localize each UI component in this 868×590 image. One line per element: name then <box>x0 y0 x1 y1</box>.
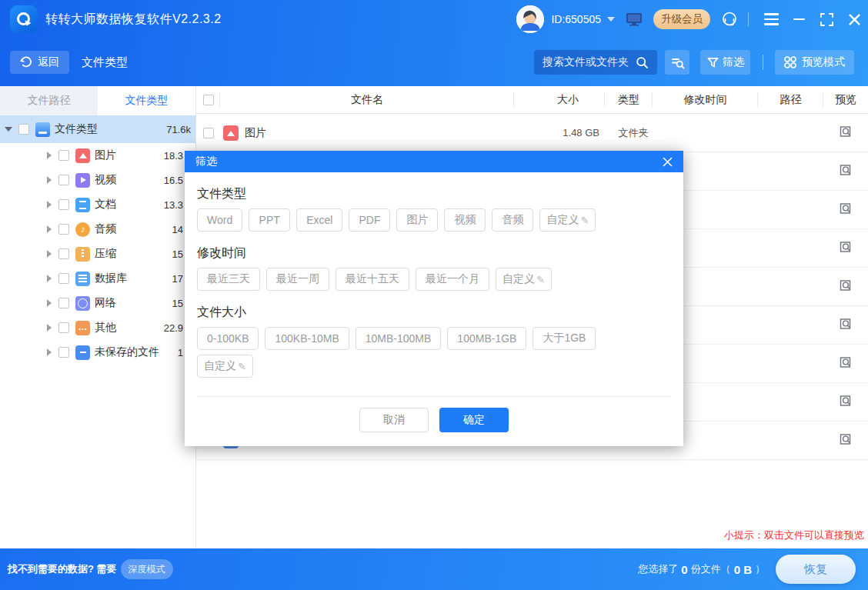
preview-icon[interactable] <box>839 355 853 372</box>
preview-icon[interactable] <box>839 202 853 218</box>
cancel-button[interactable]: 取消 <box>359 408 429 432</box>
column-header-size[interactable]: 大小 <box>514 86 605 113</box>
checkbox[interactable] <box>58 248 69 259</box>
checkbox[interactable] <box>58 175 69 185</box>
filter-option-button[interactable]: 图片 <box>396 208 438 232</box>
file-name: 图片 <box>245 126 266 140</box>
checkbox[interactable] <box>58 224 69 235</box>
tree-item[interactable]: 压缩15 <box>0 242 195 266</box>
tree-item[interactable]: 视频16.5 <box>0 168 195 192</box>
checkbox[interactable] <box>203 128 214 138</box>
sidebar-tab-file-type[interactable]: 文件类型 <box>98 86 195 115</box>
preview-icon[interactable] <box>839 240 853 256</box>
custom-filter-button[interactable]: 自定义✎ <box>496 268 552 291</box>
preview-icon[interactable] <box>839 432 853 448</box>
filter-option-button[interactable]: 最近十五天 <box>336 268 409 291</box>
tree-item[interactable]: 网络15 <box>0 291 195 315</box>
filter-option-button[interactable]: 视频 <box>444 208 486 232</box>
filter-options: 最近三天最近一周最近十五天最近一个月自定义✎ <box>197 268 671 291</box>
deep-mode-button[interactable]: 深度模式 <box>121 559 173 579</box>
upgrade-member-button[interactable]: 升级会员 <box>653 9 710 29</box>
pencil-icon: ✎ <box>580 215 589 226</box>
customer-service-icon[interactable] <box>720 10 739 28</box>
filter-option-button[interactable]: 100KB-10MB <box>265 327 349 350</box>
tree-item[interactable]: 音频14 <box>0 217 195 242</box>
collapse-arrow-icon[interactable] <box>47 152 52 159</box>
minimize-button[interactable] <box>790 11 807 28</box>
preview-icon[interactable] <box>839 394 853 410</box>
preview-icon[interactable] <box>839 163 853 179</box>
column-header-path[interactable]: 路径 <box>758 86 823 113</box>
checkbox[interactable] <box>18 124 29 135</box>
collapse-arrow-icon[interactable] <box>47 176 52 184</box>
file-path <box>758 152 823 190</box>
recover-button[interactable]: 恢复 <box>776 555 856 584</box>
filter-option-button[interactable]: 100MB-1GB <box>447 327 526 350</box>
collapse-arrow-icon[interactable] <box>47 250 52 258</box>
filter-option-button[interactable]: 0-100KB <box>197 327 259 350</box>
column-header-preview[interactable]: 预览 <box>823 86 868 113</box>
filter-option-button[interactable]: PDF <box>349 208 390 232</box>
filter-option-button[interactable]: 最近一周 <box>266 268 329 291</box>
avatar[interactable] <box>516 5 544 33</box>
custom-filter-button[interactable]: 自定义✎ <box>539 208 596 232</box>
zip-icon <box>75 247 90 262</box>
collapse-arrow-icon[interactable] <box>47 299 52 307</box>
close-button[interactable] <box>846 11 863 28</box>
preview-icon[interactable] <box>839 125 853 141</box>
column-header-mtime[interactable]: 修改时间 <box>653 86 758 113</box>
filter-option-button[interactable]: 音频 <box>492 208 533 232</box>
table-row[interactable]: 图片1.48 GB文件夹 <box>196 114 868 152</box>
checkbox[interactable] <box>58 199 69 210</box>
filter-option-button[interactable]: Word <box>197 208 242 232</box>
collapse-arrow-icon[interactable] <box>47 275 52 282</box>
filter-option-button[interactable]: 大于1GB <box>532 327 596 350</box>
checkbox[interactable] <box>58 273 69 284</box>
checkbox[interactable] <box>58 298 69 308</box>
user-dropdown-caret[interactable] <box>607 17 615 22</box>
monitor-icon[interactable] <box>626 12 643 27</box>
tree-item[interactable]: 数据库17 <box>0 266 195 291</box>
filter-option-button[interactable]: 10MB-100MB <box>356 327 442 350</box>
tree-item-root[interactable]: 文件类型 71.6k <box>0 115 195 143</box>
custom-filter-button[interactable]: 自定义✎ <box>197 355 253 378</box>
back-button[interactable]: 返回 <box>10 51 69 74</box>
tree-item[interactable]: 文档13.3 <box>0 192 195 217</box>
checkbox[interactable] <box>58 347 69 358</box>
filter-option-button[interactable]: PPT <box>249 208 290 232</box>
collapse-arrow-icon[interactable] <box>47 201 52 208</box>
filter-option-button[interactable]: 最近一个月 <box>416 268 489 291</box>
filter-section-title: 文件大小 <box>197 305 671 319</box>
preview-mode-button[interactable]: 预览模式 <box>775 50 854 75</box>
preview-icon[interactable] <box>839 278 853 295</box>
collapse-arrow-icon[interactable] <box>47 324 52 332</box>
tree-item[interactable]: 图片18.3 <box>0 143 195 168</box>
database-icon <box>75 272 90 286</box>
checkbox[interactable] <box>58 150 69 161</box>
funnel-icon <box>707 57 719 68</box>
preview-icon[interactable] <box>839 317 853 333</box>
footer-hint: 找不到需要的数据? 需要 <box>8 562 117 576</box>
column-header-name[interactable]: 文件名 <box>220 86 514 113</box>
search-in-results-button[interactable] <box>665 50 689 75</box>
file-path <box>758 114 823 152</box>
collapse-arrow-icon[interactable] <box>47 225 52 233</box>
footer: 找不到需要的数据? 需要 深度模式 您选择了 0 份文件（ 0 B ） 恢复 <box>0 548 868 590</box>
column-header-type[interactable]: 类型 <box>605 86 653 113</box>
filter-options: WordPPTExcelPDF图片视频音频自定义✎ <box>197 208 671 232</box>
tree-item[interactable]: 未保存的文件1 <box>0 340 195 365</box>
checkbox[interactable] <box>58 322 69 333</box>
sidebar-tab-file-path[interactable]: 文件路径 <box>0 86 98 115</box>
menu-button[interactable] <box>763 11 780 28</box>
confirm-button[interactable]: 确定 <box>439 408 509 432</box>
select-all-checkbox[interactable] <box>203 95 214 105</box>
dialog-close-icon[interactable] <box>663 157 673 167</box>
filter-button[interactable]: 筛选 <box>700 50 750 75</box>
collapse-arrow-icon[interactable] <box>47 348 52 356</box>
tree-item[interactable]: 其他22.9 <box>0 315 195 340</box>
maximize-button[interactable] <box>818 11 835 28</box>
filter-option-button[interactable]: 最近三天 <box>197 268 260 291</box>
search-input[interactable]: 搜索文件或文件夹 <box>534 50 657 75</box>
expand-arrow-icon[interactable] <box>5 127 12 132</box>
filter-option-button[interactable]: Excel <box>296 208 342 232</box>
